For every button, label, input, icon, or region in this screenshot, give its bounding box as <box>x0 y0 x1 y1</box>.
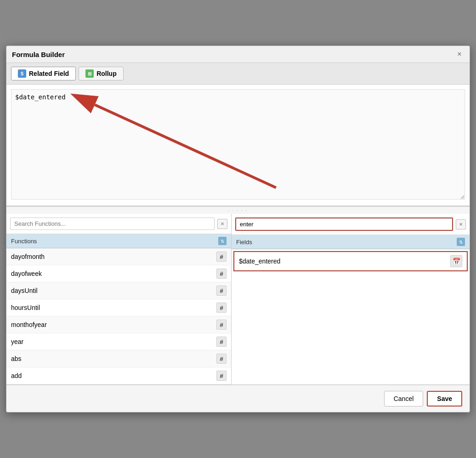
functions-sort-icon[interactable]: ⇅ <box>218 237 227 245</box>
tab-rollup-label: Rollup <box>96 70 117 77</box>
fields-panel: × Fields ⇅ $date_entered 📅 <box>232 214 470 384</box>
fields-header-label: Fields <box>236 239 252 246</box>
fields-search-row: × <box>232 214 470 235</box>
function-row[interactable]: dayofweek # <box>6 265 231 282</box>
dollar-icon: $ <box>18 69 26 78</box>
tab-rollup[interactable]: ⊞ Rollup <box>79 67 124 80</box>
fields-search-input[interactable] <box>235 218 453 231</box>
function-hash-btn[interactable]: # <box>216 337 227 347</box>
tab-related-field-label: Related Field <box>29 70 69 77</box>
resize-handle: · · · · · <box>6 206 470 214</box>
functions-column-header: Functions ⇅ <box>6 234 231 248</box>
function-hash-btn[interactable]: # <box>216 286 227 296</box>
save-button[interactable]: Save <box>427 391 462 406</box>
function-hash-btn[interactable]: # <box>216 269 227 279</box>
function-name: monthofyear <box>11 321 47 328</box>
function-name: abs <box>11 355 22 362</box>
functions-panel: × Functions ⇅ dayofmonth # dayofweek # d… <box>6 214 232 384</box>
function-hash-btn[interactable]: # <box>216 320 227 330</box>
function-name: year <box>11 338 23 345</box>
functions-search-input[interactable] <box>10 218 215 230</box>
function-row[interactable]: monthofyear # <box>6 316 231 333</box>
function-row[interactable]: year # <box>6 333 231 350</box>
function-hash-btn[interactable]: # <box>216 252 227 262</box>
dialog-footer: Cancel Save <box>6 385 470 412</box>
tab-related-field[interactable]: $ Related Field <box>11 67 76 80</box>
dialog-title: Formula Builder <box>12 51 65 58</box>
function-row[interactable]: dayofmonth # <box>6 248 231 265</box>
fields-column-header: Fields ⇅ <box>232 235 470 249</box>
field-row-highlighted[interactable]: $date_entered 📅 <box>233 251 468 271</box>
function-name: daysUntil <box>11 287 38 294</box>
functions-search-row: × <box>6 214 231 234</box>
formula-builder-dialog: Formula Builder × $ Related Field ⊞ Roll… <box>6 46 470 412</box>
tabs-bar: $ Related Field ⊞ Rollup <box>6 63 470 85</box>
function-hash-btn[interactable]: # <box>216 303 227 313</box>
formula-container: $date_entered · · · · · <box>6 85 470 214</box>
formula-area: $date_entered <box>6 85 470 206</box>
functions-clear-button[interactable]: × <box>217 219 227 229</box>
close-button[interactable]: × <box>455 50 464 59</box>
function-name: dayofmonth <box>11 253 45 260</box>
function-name: dayofweek <box>11 270 42 277</box>
function-row[interactable]: daysUntil # <box>6 282 231 299</box>
fields-clear-button[interactable]: × <box>456 219 466 229</box>
dialog-titlebar: Formula Builder × <box>6 46 470 63</box>
bottom-area: × Functions ⇅ dayofmonth # dayofweek # d… <box>6 214 470 385</box>
function-row[interactable]: add # <box>6 367 231 384</box>
function-name: hoursUntil <box>11 304 40 311</box>
function-name: add <box>11 372 22 379</box>
formula-input[interactable]: $date_entered <box>11 89 465 200</box>
rollup-icon: ⊞ <box>85 69 94 78</box>
cancel-button[interactable]: Cancel <box>384 391 424 406</box>
fields-sort-icon[interactable]: ⇅ <box>457 238 465 246</box>
field-name: $date_entered <box>239 258 280 265</box>
function-hash-btn[interactable]: # <box>216 354 227 364</box>
function-row[interactable]: abs # <box>6 350 231 367</box>
calendar-button[interactable]: 📅 <box>450 255 462 267</box>
function-row[interactable]: hoursUntil # <box>6 299 231 316</box>
function-hash-btn[interactable]: # <box>216 371 227 381</box>
functions-header-label: Functions <box>11 238 37 245</box>
